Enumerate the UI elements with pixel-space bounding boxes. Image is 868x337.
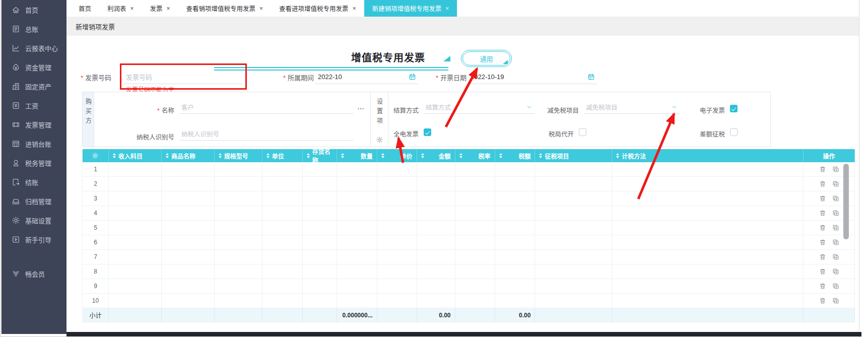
cell-quantity[interactable] [337, 221, 377, 235]
cell-spec-model[interactable] [215, 191, 262, 206]
cell-amount[interactable] [417, 191, 455, 206]
cell-quantity[interactable] [337, 191, 377, 206]
more-options-icon[interactable] [357, 105, 365, 113]
cell-unit[interactable] [262, 162, 303, 177]
cell-tax-method[interactable] [612, 177, 804, 191]
tab-0[interactable]: 首页 [71, 0, 99, 17]
cell-unit[interactable] [262, 235, 303, 250]
cell-inventory-name[interactable] [303, 294, 337, 308]
all_electric-checkbox[interactable] [424, 128, 431, 136]
sidebar-item-cloud-report-center[interactable]: 云报表中心 [2, 38, 66, 57]
cell-tax-rate[interactable] [455, 177, 495, 191]
delete-row-icon[interactable] [819, 166, 826, 173]
cell-levy-item[interactable] [535, 235, 612, 250]
cell-spec-model[interactable] [215, 206, 262, 221]
cell-unit[interactable] [262, 177, 303, 191]
buyer-taxid-input[interactable]: 纳税人识别号 [179, 127, 353, 141]
cell-levy-item[interactable] [535, 177, 612, 191]
cell-spec-model[interactable] [215, 294, 262, 308]
copy-row-icon[interactable] [832, 297, 839, 304]
cell-tax-method[interactable] [612, 191, 804, 206]
cell-spec-model[interactable] [215, 264, 262, 279]
column-header-spec-model[interactable]: 规格型号 [215, 149, 262, 162]
cell-tax-rate[interactable] [455, 250, 495, 264]
cell-tax-amount[interactable] [495, 191, 536, 206]
column-header-tax-amount[interactable]: 税额 [495, 149, 536, 162]
cell-quantity[interactable] [337, 250, 377, 264]
copy-row-icon[interactable] [832, 224, 839, 231]
cell-income-account[interactable] [109, 162, 162, 177]
cell-unit[interactable] [262, 206, 303, 221]
cell-levy-item[interactable] [535, 206, 612, 221]
cell-amount[interactable] [417, 177, 455, 191]
cell-tax-rate[interactable] [455, 279, 495, 294]
sort-icon[interactable] [539, 153, 542, 158]
cell-quantity[interactable] [337, 235, 377, 250]
column-settings-gear-icon[interactable] [92, 152, 99, 159]
sort-icon[interactable] [219, 153, 222, 158]
sidebar-item-basic-settings[interactable]: 基础设置 [2, 211, 66, 230]
copy-row-icon[interactable] [832, 283, 839, 290]
sidebar-item-closing[interactable]: 结账 [2, 172, 66, 191]
copy-row-icon[interactable] [832, 166, 839, 173]
cell-product-name[interactable] [162, 191, 215, 206]
e_invoice-checkbox[interactable] [730, 105, 738, 112]
cell-tax-rate[interactable] [455, 206, 495, 221]
cell-tax-amount[interactable] [495, 235, 536, 250]
cell-unit-price[interactable] [377, 279, 417, 294]
cell-inventory-name[interactable] [303, 264, 337, 279]
tax_relief-select[interactable]: 减免税项目 [584, 101, 680, 114]
tab-3[interactable]: 查看销项增值税专用发票× [178, 0, 272, 17]
cell-income-account[interactable] [109, 279, 162, 294]
sidebar-item-beginner-guide[interactable]: 新手引导 [2, 230, 66, 249]
sidebar-item-invoice-management[interactable]: 发票管理 [2, 115, 66, 134]
cell-tax-amount[interactable] [495, 294, 536, 308]
cell-tax-amount[interactable] [495, 264, 536, 279]
cell-spec-model[interactable] [215, 162, 262, 177]
column-header-tax-method[interactable]: 计税方法 [612, 149, 804, 162]
period-input[interactable]: 2022-10 [315, 70, 418, 84]
cell-tax-method[interactable] [612, 162, 804, 177]
delete-row-icon[interactable] [819, 195, 826, 202]
cell-unit[interactable] [262, 191, 303, 206]
tab-1[interactable]: 利润表× [99, 0, 142, 17]
copy-row-icon[interactable] [832, 180, 839, 187]
cell-income-account[interactable] [109, 264, 162, 279]
column-header-income-account[interactable]: 收入科目 [109, 149, 162, 162]
cell-quantity[interactable] [337, 177, 377, 191]
cell-levy-item[interactable] [535, 264, 612, 279]
cell-tax-rate[interactable] [455, 294, 495, 308]
settlement-select[interactable]: 结算方式 [424, 101, 535, 114]
cell-amount[interactable] [417, 221, 455, 235]
sort-icon[interactable] [307, 153, 310, 158]
calendar-icon[interactable] [409, 73, 416, 81]
cell-unit-price[interactable] [377, 221, 417, 235]
cell-unit[interactable] [262, 221, 303, 235]
sidebar-item-member[interactable]: 畅会员 [2, 264, 66, 283]
cell-unit-price[interactable] [377, 206, 417, 221]
sidebar-item-home[interactable]: 首页 [2, 0, 66, 19]
cell-spec-model[interactable] [215, 177, 262, 191]
cell-levy-item[interactable] [535, 279, 612, 294]
cell-product-name[interactable] [162, 221, 215, 235]
delete-row-icon[interactable] [819, 180, 826, 187]
calendar-icon[interactable] [587, 73, 595, 81]
tax_bureau-checkbox[interactable] [579, 128, 586, 136]
diff_levy-checkbox[interactable] [730, 128, 738, 136]
cell-tax-method[interactable] [612, 279, 804, 294]
cell-inventory-name[interactable] [303, 235, 337, 250]
delete-row-icon[interactable] [819, 239, 826, 246]
cell-amount[interactable] [417, 264, 455, 279]
cell-amount[interactable] [417, 162, 455, 177]
sort-icon[interactable] [166, 153, 169, 158]
cell-amount[interactable] [417, 294, 455, 308]
sidebar-item-purchase-sales-ledger[interactable]: 进销台账 [2, 134, 66, 153]
cell-tax-amount[interactable] [495, 279, 536, 294]
column-header-levy-item[interactable]: 征税项目 [535, 149, 612, 162]
sidebar-item-tax-management[interactable]: 税务管理 [2, 153, 66, 172]
table-scrollbar[interactable] [843, 164, 849, 239]
cell-levy-item[interactable] [535, 221, 612, 235]
invoice-no-input[interactable]: 发票号码 [123, 70, 243, 84]
cell-tax-amount[interactable] [495, 162, 536, 177]
invoice-category-button[interactable]: 通用 [462, 51, 510, 65]
